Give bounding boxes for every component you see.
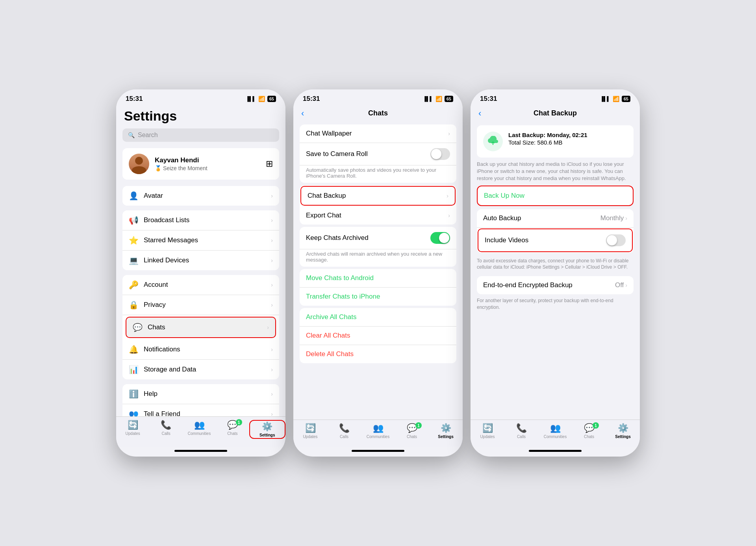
battery-3: 65 — [622, 96, 630, 102]
backup-header-card: Last Backup: Monday, 02:21 Total Size: 5… — [477, 125, 634, 158]
storage-icon: 📊 — [129, 365, 138, 374]
settings-row-chats[interactable]: 💬 Chats › — [126, 317, 276, 338]
settings-row-avatar[interactable]: 👤 Avatar › — [122, 186, 279, 206]
nav-calls-2[interactable]: 📞 Calls — [327, 423, 361, 439]
settings-row-account[interactable]: 🔑 Account › — [122, 275, 279, 295]
calls-icon-2: 📞 — [339, 423, 350, 433]
delete-all-row[interactable]: Delete All Chats — [300, 345, 456, 363]
e2e-label: End-to-end Encrypted Backup — [483, 281, 615, 289]
backup-meta: Last Backup: Monday, 02:21 Total Size: 5… — [508, 132, 587, 146]
linked-chevron: › — [271, 257, 273, 264]
account-label: Account — [144, 281, 265, 289]
nav-chats-3[interactable]: 💬 1 Chats — [572, 423, 606, 439]
keep-archived-toggle[interactable] — [430, 232, 450, 244]
tell-label: Tell a Friend — [144, 410, 265, 416]
archive-all-row[interactable]: Archive All Chats — [300, 308, 456, 327]
qr-icon[interactable]: ⊞ — [266, 159, 273, 169]
nav-chats-1[interactable]: 💬 1 Chats — [216, 420, 249, 439]
broadcast-section: 📢 Broadcast Lists › ⭐ Starred Messages ›… — [122, 210, 279, 270]
status-bar-3: 15:31 ▐▌▌ 📶 65 — [471, 89, 640, 105]
chat-backup-chevron: › — [447, 193, 448, 199]
delete-all-label: Delete All Chats — [306, 350, 450, 358]
storage-label: Storage and Data — [144, 366, 265, 373]
phone-backup: 15:31 ▐▌▌ 📶 65 ‹ Chat Backup — [471, 89, 640, 457]
settings-row-storage[interactable]: 📊 Storage and Data › — [122, 360, 279, 379]
backup-now-button[interactable]: Back Up Now — [477, 186, 634, 206]
status-icons-1: ▐▌▌ 📶 65 — [246, 96, 276, 102]
search-placeholder: Search — [138, 132, 158, 139]
profile-card[interactable]: Kayvan Hendi 🏅 Seize the Moment ⊞ — [122, 148, 279, 180]
nav-settings-3[interactable]: ⚙️ Settings — [606, 423, 640, 439]
nav-updates-2[interactable]: 🔄 Updates — [293, 423, 327, 439]
broadcast-icon: 📢 — [129, 215, 138, 225]
nav-updates-1[interactable]: 🔄 Updates — [116, 420, 149, 439]
starred-chevron: › — [271, 237, 273, 243]
auto-backup-label: Auto Backup — [483, 214, 600, 222]
settings-row-tell[interactable]: 👥 Tell a Friend › — [122, 404, 279, 416]
chats-icon: 💬 — [133, 323, 142, 332]
archive-all-group: Archive All Chats Clear All Chats Delete… — [300, 308, 456, 363]
settings-row-notifications[interactable]: 🔔 Notifications › — [122, 340, 279, 360]
clear-all-row[interactable]: Clear All Chats — [300, 327, 456, 345]
nav-settings-2[interactable]: ⚙️ Settings — [429, 423, 463, 439]
keep-archived-row[interactable]: Keep Chats Archived — [300, 227, 456, 249]
calls-icon-3: 📞 — [516, 423, 527, 433]
settings-row-linked[interactable]: 💻 Linked Devices › — [122, 251, 279, 270]
e2e-chevron: › — [625, 282, 627, 288]
transfer-group: Move Chats to Android Transfer Chats to … — [300, 269, 456, 306]
nav-calls-1[interactable]: 📞 Calls — [149, 420, 182, 439]
broadcast-chevron: › — [271, 217, 273, 223]
e2e-section: End-to-end Encrypted Backup Off › — [477, 276, 634, 294]
battery-1: 65 — [267, 96, 276, 102]
auto-backup-row[interactable]: Auto Backup Monthly › — [477, 209, 634, 228]
avatar — [129, 154, 149, 174]
search-bar[interactable]: 🔍 Search — [122, 128, 279, 142]
include-videos-toggle[interactable] — [606, 234, 626, 246]
include-videos-label: Include Videos — [485, 236, 606, 244]
camera-roll-toggle[interactable] — [430, 148, 450, 160]
chats-badge-1: 1 — [236, 419, 242, 425]
nav-updates-3[interactable]: 🔄 Updates — [471, 423, 504, 439]
phones-container: 15:31 ▐▌▌ 📶 65 Settings 🔍 Search Kayva — [112, 89, 644, 457]
cloud-icon — [483, 132, 503, 151]
bottom-nav-1: 🔄 Updates 📞 Calls 👥 Communities 💬 1 Chat… — [116, 416, 285, 447]
settings-row-broadcast[interactable]: 📢 Broadcast Lists › — [122, 210, 279, 230]
chats-header-title: Chats — [368, 109, 388, 117]
settings-nav-icon-3: ⚙️ — [618, 423, 628, 433]
settings-scroll: Kayvan Hendi 🏅 Seize the Moment ⊞ 👤 Avat… — [116, 148, 285, 416]
nav-chats-2[interactable]: 💬 1 Chats — [395, 423, 429, 439]
chat-backup-row[interactable]: Chat Backup › — [300, 186, 456, 206]
include-videos-row[interactable]: Include Videos — [478, 228, 633, 252]
nav-communities-1[interactable]: 👥 Communities — [183, 420, 216, 439]
camera-roll-row[interactable]: Save to Camera Roll — [300, 143, 456, 165]
chats-scroll: Chat Wallpaper › Save to Camera Roll Aut… — [293, 122, 463, 420]
clear-all-label: Clear All Chats — [306, 332, 450, 340]
nav-calls-3[interactable]: 📞 Calls — [504, 423, 538, 439]
e2e-row[interactable]: End-to-end Encrypted Backup Off › — [477, 276, 634, 294]
chats-nav-label-3: Chats — [584, 435, 594, 439]
updates-icon-2: 🔄 — [305, 423, 316, 433]
nav-communities-3[interactable]: 👥 Communities — [538, 423, 572, 439]
home-indicator-1 — [174, 450, 227, 452]
move-android-row[interactable]: Move Chats to Android — [300, 269, 456, 288]
transfer-iphone-row[interactable]: Transfer Chats to iPhone — [300, 288, 456, 306]
back-button-2[interactable]: ‹ — [301, 108, 304, 119]
chat-wallpaper-row[interactable]: Chat Wallpaper › — [300, 124, 456, 143]
nav-communities-2[interactable]: 👥 Communities — [361, 423, 395, 439]
status-bar-1: 15:31 ▐▌▌ 📶 65 — [116, 89, 285, 105]
linked-label: Linked Devices — [144, 256, 265, 264]
settings-row-starred[interactable]: ⭐ Starred Messages › — [122, 230, 279, 251]
move-android-label: Move Chats to Android — [306, 274, 450, 282]
total-size-text: Total Size: 580.6 MB — [508, 139, 587, 146]
starred-label: Starred Messages — [144, 236, 265, 244]
communities-icon-2: 👥 — [373, 423, 384, 433]
chats-badge-3: 1 — [593, 422, 599, 429]
settings-row-help[interactable]: ℹ️ Help › — [122, 384, 279, 404]
backup-header-title: Chat Backup — [534, 109, 577, 117]
settings-row-privacy[interactable]: 🔒 Privacy › — [122, 295, 279, 315]
export-chat-row[interactable]: Export Chat › — [300, 206, 456, 225]
nav-settings-1[interactable]: ⚙️ Settings — [249, 420, 285, 439]
signal-icon-1: ▐▌▌ — [246, 96, 256, 102]
back-button-3[interactable]: ‹ — [478, 108, 481, 119]
export-chat-chevron: › — [448, 212, 450, 219]
